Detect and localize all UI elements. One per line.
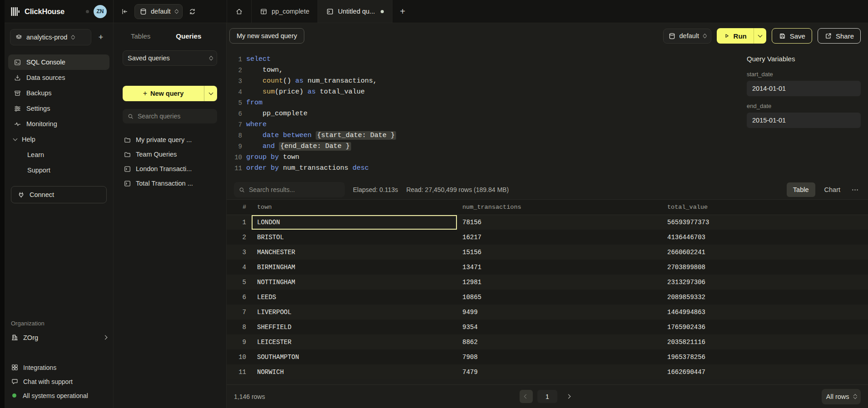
save-button[interactable]: Save: [772, 28, 812, 44]
saved-query-item[interactable]: London Transacti...: [123, 162, 217, 176]
database-selector[interactable]: default: [134, 4, 183, 19]
data-cell[interactable]: BRISTOL: [252, 230, 457, 245]
new-query-caret[interactable]: [204, 86, 217, 101]
sidebar-item-chat-support[interactable]: Chat with support: [11, 374, 107, 388]
column-header-num-transactions[interactable]: num_transactions: [457, 200, 662, 215]
data-cell[interactable]: 1464994863: [662, 305, 868, 320]
column-header-town[interactable]: town: [252, 200, 457, 215]
row-index-cell[interactable]: 1: [227, 215, 252, 230]
row-index-cell[interactable]: 2: [227, 230, 252, 245]
data-cell[interactable]: BIRMINGHAM: [252, 260, 457, 275]
row-index-cell[interactable]: 5: [227, 275, 252, 290]
tab-tables[interactable]: Tables: [131, 32, 150, 40]
collapse-sidebar-button[interactable]: [121, 8, 129, 15]
chart-view-button[interactable]: Chart: [818, 182, 847, 197]
data-cell[interactable]: 7908: [457, 349, 662, 364]
row-index-cell[interactable]: 10: [227, 349, 252, 364]
row-index-cell[interactable]: 8: [227, 320, 252, 334]
data-cell[interactable]: LEICESTER: [252, 334, 457, 349]
data-cell[interactable]: 9499: [457, 305, 662, 320]
data-cell[interactable]: 7479: [457, 364, 662, 379]
column-header-total-value[interactable]: total_value: [662, 200, 868, 215]
sidebar-item-settings[interactable]: Settings: [8, 101, 109, 116]
row-index-cell[interactable]: 6: [227, 290, 252, 305]
tab-untitled-query[interactable]: Untitled qu...: [317, 0, 392, 23]
row-index-cell[interactable]: 7: [227, 305, 252, 320]
row-index-cell[interactable]: 11: [227, 364, 252, 379]
sidebar-item-support[interactable]: Support: [8, 162, 109, 178]
data-cell[interactable]: LEEDS: [252, 290, 457, 305]
data-cell[interactable]: SOUTHAMPTON: [252, 349, 457, 364]
data-cell[interactable]: LIVERPOOL: [252, 305, 457, 320]
workspace-selector[interactable]: analytics-prod: [10, 29, 91, 45]
search-results-box[interactable]: [234, 182, 345, 197]
tab-pp-complete[interactable]: pp_complete: [251, 0, 317, 23]
saved-query-item[interactable]: Total Transaction ...: [123, 176, 217, 191]
data-cell[interactable]: NOTTINGHAM: [252, 275, 457, 290]
sidebar-item-learn[interactable]: Learn: [8, 147, 109, 162]
tab-queries[interactable]: Queries: [176, 32, 201, 40]
organization-switcher[interactable]: ZOrg: [11, 334, 107, 341]
data-cell[interactable]: 1965378256: [662, 349, 868, 364]
saved-queries-selector[interactable]: Saved queries: [123, 50, 217, 66]
search-results-input[interactable]: [249, 186, 340, 193]
row-index-cell[interactable]: 4: [227, 260, 252, 275]
new-tab-button[interactable]: +: [392, 0, 412, 23]
share-button[interactable]: Share: [818, 28, 861, 44]
end-date-input[interactable]: [747, 113, 861, 128]
data-cell[interactable]: 4136446703: [662, 230, 868, 245]
sidebar-item-backups[interactable]: Backups: [8, 85, 109, 101]
system-status[interactable]: All systems operational: [11, 388, 107, 403]
refresh-button[interactable]: [188, 8, 196, 15]
new-query-button[interactable]: + New query: [123, 86, 217, 101]
user-avatar[interactable]: ZN: [94, 5, 107, 18]
data-cell[interactable]: 1765902436: [662, 320, 868, 334]
sidebar-item-help[interactable]: Help: [8, 132, 109, 147]
sidebar-item-integrations[interactable]: Integrations: [11, 360, 107, 374]
current-page[interactable]: 1: [537, 390, 557, 403]
data-cell[interactable]: 2313297306: [662, 275, 868, 290]
start-date-input[interactable]: [747, 81, 861, 96]
query-title-tab[interactable]: My new saved query: [229, 28, 304, 44]
page-size-selector[interactable]: All rows: [822, 389, 861, 404]
home-tab[interactable]: [227, 0, 251, 23]
data-cell[interactable]: 2035821116: [662, 334, 868, 349]
data-cell[interactable]: SHEFFIELD: [252, 320, 457, 334]
run-button[interactable]: Run: [717, 28, 766, 44]
data-cell[interactable]: 2089859332: [662, 290, 868, 305]
row-index-cell[interactable]: 9: [227, 334, 252, 349]
data-cell[interactable]: LONDON: [252, 215, 457, 230]
data-cell[interactable]: 2703899808: [662, 260, 868, 275]
data-cell[interactable]: 13471: [457, 260, 662, 275]
data-cell[interactable]: 15156: [457, 245, 662, 260]
row-index-cell[interactable]: 3: [227, 245, 252, 260]
search-queries-input[interactable]: [138, 113, 213, 120]
data-cell[interactable]: 1662690447: [662, 364, 868, 379]
data-cell[interactable]: 2660602241: [662, 245, 868, 260]
data-cell[interactable]: NORWICH: [252, 364, 457, 379]
data-cell[interactable]: 16217: [457, 230, 662, 245]
sql-editor[interactable]: 1234567891011 select town, count() as nu…: [227, 49, 740, 180]
saved-query-item[interactable]: My private query ...: [123, 133, 217, 147]
search-queries-box[interactable]: [123, 109, 217, 123]
next-page-button[interactable]: [562, 390, 575, 403]
data-cell[interactable]: 8862: [457, 334, 662, 349]
data-cell[interactable]: 9354: [457, 320, 662, 334]
connect-button[interactable]: Connect: [11, 186, 107, 203]
data-cell[interactable]: 12981: [457, 275, 662, 290]
sidebar-item-sql-console[interactable]: SQL Console: [8, 54, 109, 70]
data-cell[interactable]: MANCHESTER: [252, 245, 457, 260]
data-cell[interactable]: 10865: [457, 290, 662, 305]
context-database-selector[interactable]: default: [663, 29, 711, 44]
add-service-button[interactable]: +: [94, 33, 108, 42]
data-cell[interactable]: 78156: [457, 215, 662, 230]
column-header-index[interactable]: #: [227, 200, 252, 215]
table-view-button[interactable]: Table: [787, 182, 815, 197]
more-options-button[interactable]: [849, 186, 861, 194]
sidebar-item-data-sources[interactable]: Data sources: [8, 70, 109, 85]
previous-page-button[interactable]: [520, 390, 533, 403]
run-options-caret[interactable]: [754, 28, 766, 44]
saved-query-item[interactable]: Team Queries: [123, 147, 217, 162]
data-cell[interactable]: 56593977373: [662, 215, 868, 230]
sidebar-item-monitoring[interactable]: Monitoring: [8, 116, 109, 132]
